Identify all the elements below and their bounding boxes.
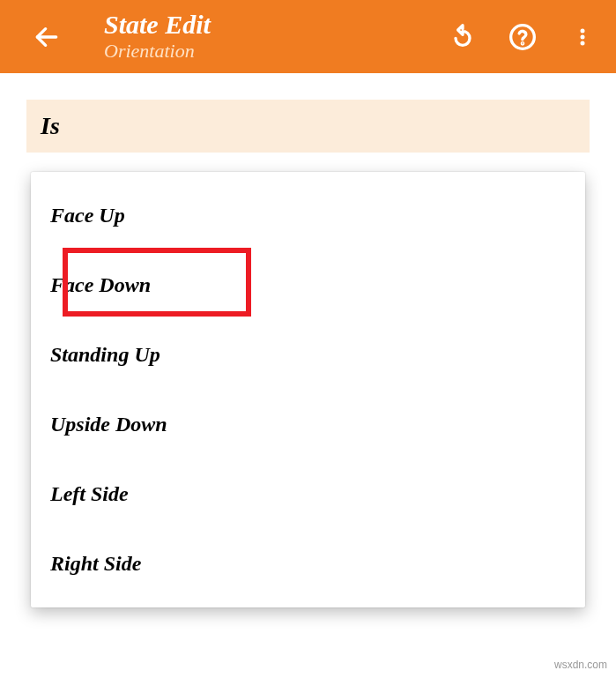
app-header: State Edit Orientation <box>0 0 616 73</box>
page-subtitle: Orientation <box>104 39 445 64</box>
help-button[interactable] <box>505 19 540 55</box>
svg-point-3 <box>581 28 585 33</box>
orientation-dropdown: Face Up Face Down Standing Up Upside Dow… <box>31 172 585 607</box>
title-block: State Edit Orientation <box>104 10 445 64</box>
svg-point-4 <box>581 34 585 39</box>
section-is-label: Is <box>26 100 590 153</box>
undo-button[interactable] <box>445 19 480 55</box>
menu-button[interactable] <box>565 19 600 55</box>
header-actions <box>445 19 600 55</box>
option-standing-up[interactable]: Standing Up <box>31 320 585 390</box>
back-button[interactable] <box>25 15 69 59</box>
undo-icon <box>449 23 477 51</box>
page-title: State Edit <box>104 10 445 39</box>
help-icon <box>508 23 537 51</box>
svg-point-5 <box>581 41 585 45</box>
content-area: Is <box>0 73 616 153</box>
option-face-down[interactable]: Face Down <box>31 250 585 320</box>
option-face-up[interactable]: Face Up <box>31 181 585 250</box>
watermark: wsxdn.com <box>554 659 607 671</box>
back-arrow-icon <box>33 23 61 51</box>
option-right-side[interactable]: Right Side <box>31 529 585 599</box>
option-left-side[interactable]: Left Side <box>31 459 585 529</box>
svg-point-2 <box>522 42 523 43</box>
kebab-icon <box>572 25 593 49</box>
option-upside-down[interactable]: Upside Down <box>31 390 585 459</box>
